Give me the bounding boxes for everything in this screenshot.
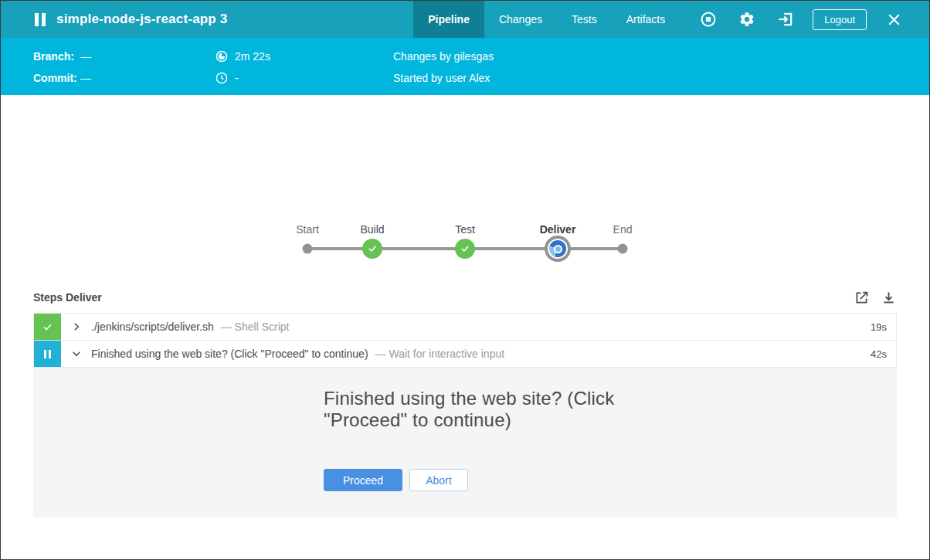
running-spinner-icon: [549, 240, 566, 257]
check-icon: [367, 243, 378, 254]
pause-icon: [44, 350, 51, 358]
check-icon: [460, 243, 470, 254]
stage-label-test: Test: [455, 223, 475, 236]
blue-ocean-window: simple-node-js-react-app 3 Pipeline Chan…: [0, 0, 930, 560]
chevron-down-icon[interactable]: [71, 348, 82, 359]
commit-label: Commit:: [33, 72, 80, 84]
proceed-button[interactable]: Proceed: [324, 469, 402, 491]
step-type: — Shell Script: [221, 321, 290, 333]
step-paused-badge: [34, 341, 61, 367]
tab-changes[interactable]: Changes: [484, 1, 557, 38]
page-title: simple-node-js-react-app 3: [56, 12, 228, 27]
abort-button[interactable]: Abort: [409, 469, 467, 491]
steps-table: ./jenkins/scripts/deliver.sh — Shell Scr…: [33, 313, 897, 517]
started-by-text: Started by user Alex: [393, 72, 490, 84]
step-type: — Wait for interactive input: [375, 348, 505, 360]
run-info-bar: Branch: — Commit: — 2m 22s: [1, 38, 929, 95]
step-duration: 42s: [871, 348, 896, 360]
step-label: ./jenkins/scripts/deliver.sh: [91, 321, 214, 333]
changes-by-text: Changes by gilesgas: [393, 50, 494, 63]
run-info-causes: Changes by gilesgas Started by user Alex: [393, 49, 494, 95]
step-label: Finished using the web site? (Click "Pro…: [91, 348, 368, 360]
top-header-bar: simple-node-js-react-app 3 Pipeline Chan…: [1, 1, 929, 38]
close-icon[interactable]: [867, 1, 929, 38]
stage-node-build[interactable]: [362, 239, 382, 259]
stage-node-deliver[interactable]: [545, 236, 571, 262]
step-row-input-wait[interactable]: Finished using the web site? (Click "Pro…: [33, 340, 897, 368]
tab-pipeline[interactable]: Pipeline: [413, 1, 484, 38]
run-brand: simple-node-js-react-app 3: [1, 1, 228, 38]
pause-icon: [35, 13, 46, 26]
run-info-times: 2m 22s -: [216, 49, 393, 95]
duration-timer-icon: [216, 50, 228, 63]
stop-icon[interactable]: [700, 11, 717, 28]
download-icon[interactable]: [881, 290, 897, 306]
external-link-icon[interactable]: [854, 290, 870, 306]
steps-section: Steps Deliver: [33, 286, 897, 517]
chevron-right-icon[interactable]: [71, 321, 82, 332]
header-action-icons: [700, 1, 794, 38]
header-tabs: Pipeline Changes Tests Artifacts: [413, 1, 680, 38]
commit-value: —: [80, 72, 91, 84]
pipeline-graph: Start Build Test Deliver: [1, 95, 929, 286]
stage-label-build: Build: [360, 223, 384, 236]
run-info-scm: Branch: — Commit: —: [33, 49, 216, 95]
stage-node-test[interactable]: [455, 239, 475, 259]
branch-value: —: [80, 50, 91, 63]
logout-button[interactable]: Logout: [813, 9, 867, 30]
run-end-time: -: [235, 72, 239, 84]
steps-title: Steps Deliver: [33, 291, 102, 304]
exit-icon[interactable]: [777, 11, 794, 28]
branch-label: Branch:: [33, 50, 80, 63]
clock-icon: [216, 72, 228, 84]
stage-node-start[interactable]: [303, 244, 313, 254]
input-step-panel: Finished using the web site? (Click "Pro…: [33, 368, 897, 517]
tab-tests[interactable]: Tests: [557, 1, 612, 38]
stage-label-start: Start: [296, 223, 319, 236]
gear-icon[interactable]: [738, 11, 755, 28]
input-prompt-message: Finished using the web site? (Click "Pro…: [324, 388, 621, 431]
stage-label-deliver: Deliver: [540, 223, 576, 236]
check-icon: [42, 321, 53, 333]
tab-artifacts[interactable]: Artifacts: [612, 1, 681, 38]
step-duration: 19s: [871, 321, 896, 333]
step-success-badge: [34, 314, 61, 340]
stage-label-end: End: [613, 223, 633, 236]
step-row-deliver-sh[interactable]: ./jenkins/scripts/deliver.sh — Shell Scr…: [33, 313, 897, 341]
run-duration: 2m 22s: [235, 50, 270, 63]
stage-node-end[interactable]: [618, 244, 628, 254]
